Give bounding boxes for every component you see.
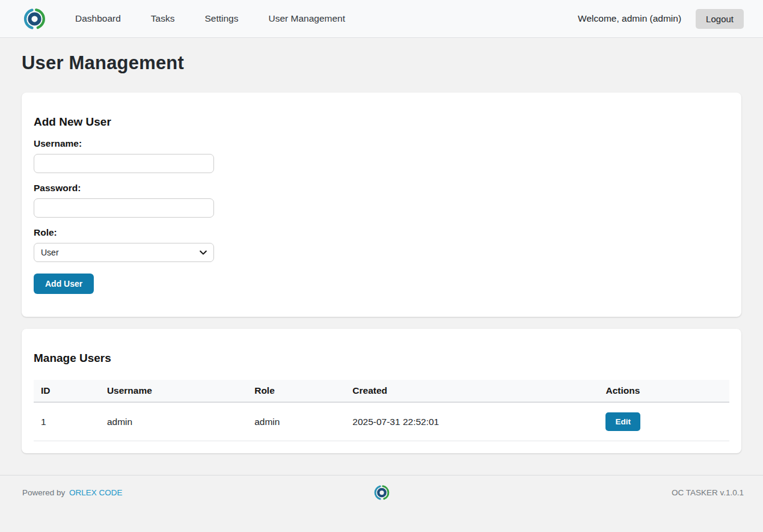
orlex-logo-icon — [373, 484, 390, 501]
cell-role: admin — [247, 402, 345, 441]
logout-button[interactable]: Logout — [696, 9, 744, 29]
manage-users-heading: Manage Users — [34, 352, 729, 365]
column-header-role: Role — [247, 380, 345, 402]
username-input[interactable] — [34, 154, 214, 173]
column-header-id: ID — [34, 380, 100, 402]
powered-by: Powered by ORLEX CODE — [22, 488, 123, 497]
users-table: ID Username Role Created Actions 1 admin… — [34, 380, 729, 441]
main-content: User Management Add New User Username: P… — [0, 38, 763, 475]
password-input[interactable] — [34, 198, 214, 218]
orlex-logo-icon — [22, 7, 47, 31]
footer-brand-logo — [373, 484, 390, 504]
role-select[interactable]: User — [34, 243, 214, 262]
column-header-username: Username — [100, 380, 247, 402]
column-header-actions: Actions — [598, 380, 729, 402]
nav-item-tasks[interactable]: Tasks — [151, 13, 175, 24]
nav-menu: Dashboard Tasks Settings User Management — [75, 13, 345, 24]
cell-created: 2025-07-31 22:52:01 — [345, 402, 598, 441]
column-header-created: Created — [345, 380, 598, 402]
navbar-right: Welcome, admin (admin) Logout — [578, 9, 744, 29]
nav-item-dashboard[interactable]: Dashboard — [75, 13, 121, 24]
orlex-code-link[interactable]: ORLEX CODE — [69, 488, 123, 497]
nav-item-user-management[interactable]: User Management — [268, 13, 345, 24]
role-select-wrapper: User — [34, 243, 214, 262]
welcome-text: Welcome, admin (admin) — [578, 13, 681, 24]
role-label: Role: — [34, 227, 729, 238]
page-title: User Management — [22, 52, 741, 74]
add-new-user-heading: Add New User — [34, 115, 729, 129]
edit-user-button[interactable]: Edit — [605, 412, 640, 431]
page-footer: Powered by ORLEX CODE OC TASKER v.1.0.1 — [0, 475, 763, 532]
top-navbar: Dashboard Tasks Settings User Management… — [0, 0, 763, 38]
add-new-user-card: Add New User Username: Password: Role: U… — [22, 93, 741, 317]
cell-user-id: 1 — [34, 402, 100, 441]
manage-users-card: Manage Users ID Username Role Created Ac… — [22, 329, 741, 453]
table-row: 1 admin admin 2025-07-31 22:52:01 Edit — [34, 402, 729, 441]
nav-item-settings[interactable]: Settings — [204, 13, 238, 24]
add-user-button[interactable]: Add User — [34, 274, 94, 294]
brand-logo[interactable] — [22, 7, 47, 31]
users-table-header: ID Username Role Created Actions — [34, 380, 729, 402]
cell-actions: Edit — [598, 402, 729, 441]
powered-by-text: Powered by — [22, 488, 65, 497]
password-label: Password: — [34, 183, 729, 194]
app-version: OC TASKER v.1.0.1 — [672, 488, 744, 497]
cell-username: admin — [100, 402, 247, 441]
username-label: Username: — [34, 138, 729, 149]
